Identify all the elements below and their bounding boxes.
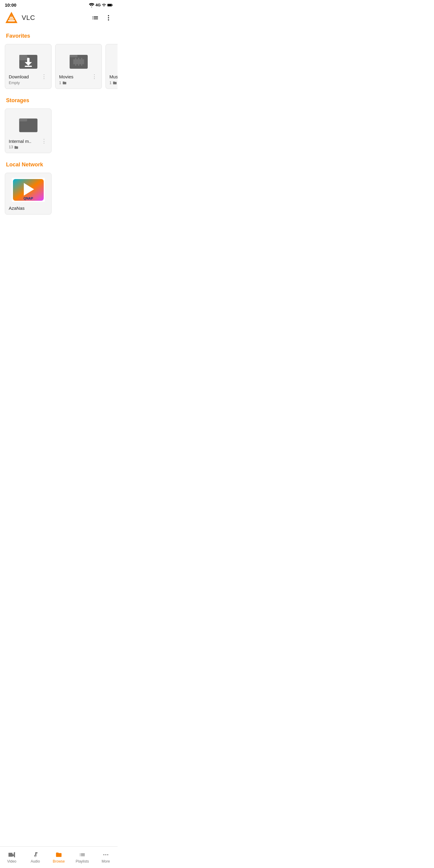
folder-count-icon [62,81,67,84]
svg-point-8 [108,15,109,16]
download-card-text: Download Empty [9,74,41,85]
svg-rect-21 [76,58,78,59]
download-card[interactable]: Download Empty ⋮ [5,44,52,89]
storages-header: Storages [0,94,118,106]
svg-rect-7 [10,17,13,18]
nav-more[interactable]: More [94,849,118,866]
music-card-sub: 1 [110,81,118,85]
svg-rect-26 [79,64,81,66]
svg-point-9 [108,17,109,19]
svg-rect-25 [76,64,78,66]
app-bar-actions [91,13,113,22]
internal-folder-icon [18,114,39,135]
favorites-header: Favorites [0,29,118,41]
more-options-button[interactable] [104,13,113,22]
download-card-info: Download Empty ⋮ [9,74,48,85]
svg-rect-6 [9,19,14,20]
svg-rect-32 [19,119,27,121]
internal-card[interactable]: Internal m.. 13 ⋮ [5,108,52,153]
nav-browse[interactable]: Browse [47,849,70,866]
svg-rect-5 [8,20,15,22]
status-icons: 4G [89,3,113,7]
azanas-icon: QNAP [12,178,45,202]
music-card-name: Music [110,74,118,80]
music-card-info: Music 1 ⋮ [110,74,118,85]
nav-audio[interactable]: Audio [24,849,47,866]
svg-text:QNAP: QNAP [24,196,33,200]
playlists-nav-label: Playlists [76,859,89,864]
svg-point-36 [103,854,104,855]
movies-folder-icon [68,49,89,70]
qnap-logo: QNAP [12,178,45,202]
movies-card-text: Movies 1 [59,74,91,85]
more-nav-icon [102,851,110,858]
download-folder-icon [18,49,39,70]
svg-rect-20 [73,58,75,59]
nav-video[interactable]: Video [0,849,24,866]
status-time: 10:00 [5,2,16,7]
audio-nav-label: Audio [31,859,40,864]
storages-grid: Internal m.. 13 ⋮ [0,106,118,158]
browse-nav-icon [55,851,62,858]
favorites-grid: Download Empty ⋮ [0,41,118,94]
browse-nav-label: Browse [53,859,65,864]
music-card[interactable]: ♪ Music 1 ⋮ [105,44,118,89]
internal-more-button[interactable]: ⋮ [41,138,48,144]
audio-nav-icon [32,851,39,858]
movies-card-sub: 1 [59,81,91,85]
svg-rect-16 [25,66,32,67]
video-nav-icon [8,851,16,858]
wifi-icon [89,3,94,7]
svg-point-38 [107,854,108,855]
vlc-logo [5,11,18,24]
internal-card-name: Internal m.. [9,138,41,144]
battery-icon [107,3,113,7]
svg-rect-1 [112,4,113,6]
svg-rect-24 [73,64,75,66]
app-bar: VLC [0,9,118,27]
download-card-name: Download [9,74,41,80]
internal-card-text: Internal m.. 13 [9,138,41,150]
svg-point-10 [108,19,109,21]
bottom-nav: Video Audio Browse Playlists More [0,846,118,868]
svg-rect-14 [27,58,30,63]
status-bar: 10:00 4G [0,0,118,9]
app-title: VLC [22,14,35,22]
download-card-sub: Empty [9,81,41,85]
movies-card-info: Movies 1 ⋮ [59,74,98,85]
local-network-header: Local Network [0,158,118,170]
local-network-grid: QNAP AzaNas [0,170,118,219]
svg-rect-27 [82,64,84,66]
signal-icon [102,3,106,7]
svg-rect-13 [19,55,27,57]
internal-card-info: Internal m.. 13 ⋮ [9,138,48,150]
azanas-card[interactable]: QNAP AzaNas [5,173,52,215]
internal-card-sub: 13 [9,145,41,149]
nav-playlists[interactable]: Playlists [70,849,94,866]
svg-rect-18 [70,55,78,57]
main-content: Favorites Download Empty [0,27,118,251]
video-nav-label: Video [7,859,16,864]
azanas-name: AzaNas [9,206,25,211]
download-more-button[interactable]: ⋮ [41,74,48,79]
playlists-nav-icon [79,851,86,858]
svg-rect-23 [82,58,84,59]
network-type: 4G [96,3,101,7]
movies-card[interactable]: Movies 1 ⋮ [55,44,102,89]
movies-more-button[interactable]: ⋮ [91,74,98,79]
music-card-text: Music 1 [110,74,118,85]
movies-card-name: Movies [59,74,91,80]
app-bar-left: VLC [5,11,35,24]
svg-rect-2 [107,4,112,6]
svg-point-37 [105,854,106,855]
list-view-button[interactable] [91,13,99,22]
music-folder-count-icon [113,81,117,84]
svg-rect-22 [79,58,81,59]
internal-folder-count-icon [14,145,19,149]
more-nav-label: More [101,859,110,864]
